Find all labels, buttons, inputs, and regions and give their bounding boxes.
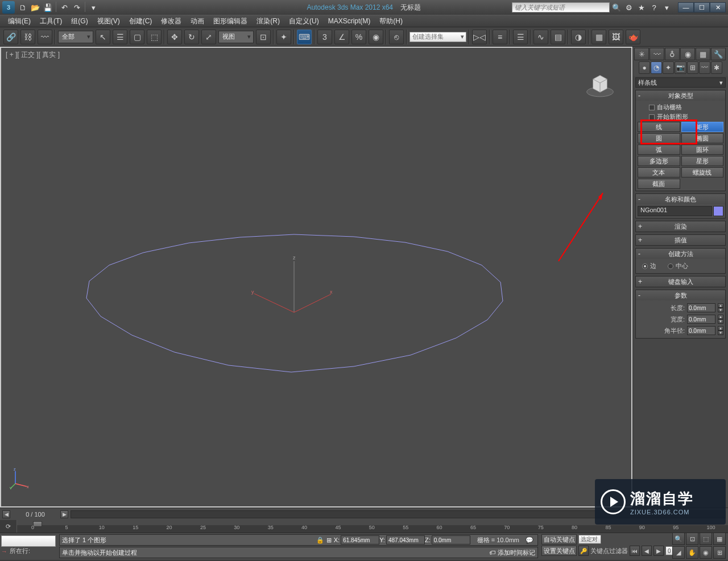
object-name-input[interactable]: NGon001 — [638, 206, 712, 216]
sub-geometry-icon[interactable]: ● — [639, 61, 650, 74]
material-icon[interactable]: ◑ — [571, 30, 586, 44]
tab-hierarchy-icon[interactable]: ♁ — [665, 48, 680, 60]
btn-section[interactable]: 截面 — [638, 179, 680, 189]
zoom-extents-all-icon[interactable]: ▦ — [713, 533, 726, 545]
menu-group[interactable]: 组(G) — [67, 16, 92, 26]
help-drop-icon[interactable]: ▾ — [661, 2, 672, 13]
rotate-icon[interactable]: ↻ — [184, 30, 199, 44]
btn-rectangle[interactable]: 矩形 — [681, 122, 724, 132]
category-dropdown[interactable]: 样条线 — [635, 77, 726, 88]
tag-icon[interactable]: 🏷 — [486, 549, 498, 556]
btn-donut[interactable]: 圆环 — [681, 145, 724, 155]
keyboard-shortcut-icon[interactable]: ⌨ — [297, 30, 312, 44]
addtime-label[interactable]: 添加时间标记 — [498, 548, 535, 557]
link-icon[interactable]: 🔗 — [3, 30, 18, 44]
selection-set-dropdown[interactable]: 创建选择集 — [410, 32, 466, 42]
tab-modify-icon[interactable]: 〰 — [650, 48, 664, 60]
corner-spinner[interactable]: ▲▼ — [718, 326, 723, 335]
more-icon[interactable]: ▾ — [88, 2, 99, 13]
open-icon[interactable]: 📂 — [30, 2, 41, 13]
rollout-header[interactable]: 插值 — [636, 235, 725, 245]
play-icon[interactable]: ▶ — [653, 546, 664, 556]
length-input[interactable]: 0.0mm — [687, 303, 715, 312]
close-button[interactable]: ✕ — [710, 2, 726, 13]
btn-text[interactable]: 文本 — [638, 167, 680, 178]
rollout-header[interactable]: 名称和颜色 — [636, 194, 725, 204]
select-name-icon[interactable]: ☰ — [113, 30, 127, 44]
search-icon[interactable]: 🔍 — [611, 2, 622, 13]
menu-grapheditors[interactable]: 图形编辑器 — [209, 16, 252, 26]
zoom-extents-icon[interactable]: ⬚ — [700, 533, 712, 545]
menu-modifiers[interactable]: 修改器 — [156, 16, 186, 26]
new-icon[interactable]: 🗋 — [17, 2, 28, 13]
zoom-icon[interactable]: 🔍 — [672, 533, 685, 545]
rollout-header[interactable]: 渲染 — [636, 221, 725, 232]
keyfilter-label[interactable]: 关键点过滤器 — [590, 547, 628, 555]
ref-coord-dropdown[interactable]: 视图 — [218, 31, 254, 43]
bind-icon[interactable]: 〰 — [38, 30, 52, 44]
schematic-icon[interactable]: ▤ — [551, 30, 565, 44]
layer-icon[interactable]: ☰ — [513, 30, 528, 44]
select-icon[interactable]: ↖ — [96, 30, 110, 44]
length-spinner[interactable]: ▲▼ — [718, 303, 723, 312]
unlink-icon[interactable]: ⛓ — [20, 30, 35, 44]
mirror-icon[interactable]: ▷◁ — [472, 30, 487, 44]
x-coord[interactable]: 61.845mm — [341, 535, 379, 544]
tab-create-icon[interactable]: ✳ — [634, 48, 649, 60]
timeconfig-icon[interactable]: ⟳ — [0, 520, 17, 533]
viewport[interactable]: [ + ][ 正交 ][ 真实 ] z x y — [0, 47, 632, 508]
btn-arc[interactable]: 弧 — [638, 145, 680, 155]
autokey-button[interactable]: 自动关键点 — [541, 534, 577, 544]
help-icon[interactable]: ? — [648, 2, 660, 13]
menu-help[interactable]: 帮助(H) — [375, 16, 407, 26]
width-spinner[interactable]: ▲▼ — [718, 315, 723, 324]
z-coord[interactable]: 0.0mm — [432, 535, 470, 544]
rect-region-icon[interactable]: ▢ — [130, 30, 144, 44]
y-coord[interactable]: 487.043mm — [386, 535, 425, 544]
maximize-vp-icon[interactable]: ⊞ — [713, 546, 726, 559]
maximize-button[interactable]: ☐ — [694, 2, 710, 13]
redo-icon[interactable]: ↷ — [71, 2, 82, 13]
corner-input[interactable]: 0.0mm — [687, 326, 715, 335]
save-icon[interactable]: 💾 — [42, 2, 53, 13]
tab-motion-icon[interactable]: ◉ — [680, 48, 695, 60]
btn-line[interactable]: 线 — [638, 122, 680, 132]
render-icon[interactable]: 🫖 — [626, 30, 640, 44]
zoom-all-icon[interactable]: ⊡ — [686, 533, 698, 545]
help-search-input[interactable]: 键入关键字或短语 — [512, 2, 610, 13]
radio-center[interactable] — [668, 263, 673, 269]
sub-systems-icon[interactable]: ✱ — [711, 61, 722, 74]
commcenter-icon[interactable]: ⚙ — [623, 2, 635, 13]
scroll-right-icon[interactable]: ▶ — [60, 510, 68, 518]
undo-icon[interactable]: ↶ — [59, 2, 70, 13]
menu-maxscript[interactable]: MAXScript(M) — [324, 17, 375, 25]
btn-star[interactable]: 星形 — [681, 156, 724, 166]
minimize-button[interactable]: — — [678, 2, 694, 13]
prev-frame-icon[interactable]: ◀ — [642, 546, 652, 556]
rollout-header[interactable]: 参数 — [636, 290, 725, 300]
time-slider[interactable] — [33, 521, 42, 527]
gizmo[interactable]: z x y — [251, 255, 333, 312]
tab-utilities-icon[interactable]: 🔧 — [711, 48, 726, 60]
key-icon[interactable]: 🔑 — [578, 546, 589, 556]
move-icon[interactable]: ✥ — [167, 30, 182, 44]
sub-helpers-icon[interactable]: ⊞ — [687, 61, 698, 74]
menu-create[interactable]: 创建(C) — [125, 16, 157, 26]
comm-icon[interactable]: 💬 — [524, 537, 535, 544]
manip-icon[interactable]: ✦ — [276, 30, 291, 44]
menu-rendering[interactable]: 渲染(R) — [252, 16, 284, 26]
tab-display-icon[interactable]: ▦ — [696, 48, 710, 60]
startshape-checkbox[interactable] — [649, 114, 655, 120]
menu-tools[interactable]: 工具(T) — [35, 16, 67, 26]
rollout-header[interactable]: 创建方法 — [636, 249, 725, 259]
menu-customize[interactable]: 自定义(U) — [284, 16, 324, 26]
app-icon[interactable]: 3 — [2, 1, 15, 14]
selected-dropdown[interactable]: 选定对 — [578, 535, 601, 544]
btn-circle[interactable]: 圆 — [638, 133, 680, 143]
favorites-icon[interactable]: ★ — [636, 2, 647, 13]
sub-spacewarps-icon[interactable]: 〰 — [699, 61, 710, 74]
angle-snap-icon[interactable]: ∠ — [334, 30, 349, 44]
btn-ngon[interactable]: 多边形 — [638, 156, 680, 166]
pan-icon[interactable]: ✋ — [686, 546, 698, 559]
color-swatch[interactable] — [713, 206, 723, 216]
